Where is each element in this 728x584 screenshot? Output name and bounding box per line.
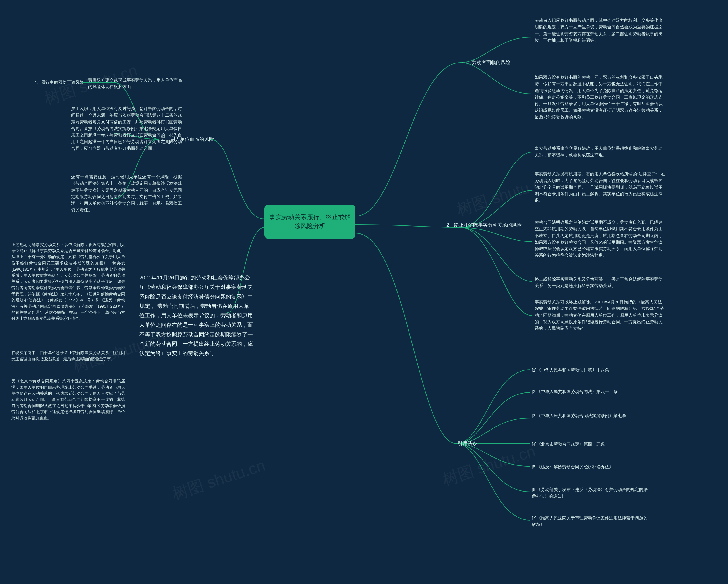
b2-p5: 事实劳动关系可以终止或解除。2001年4月30日施行的《最高人民法院关于审理劳动… <box>535 298 666 331</box>
branch-title-terminate-risk[interactable]: 2、终止和解除事实劳动关系的风险 <box>446 222 526 228</box>
col-p2: 在现实案例中，由于单位急于终止或解除事实劳动关系，往往因无正当理由而构成违法辞退… <box>11 350 125 362</box>
ref-item-6: [6]《劳动部关于发布〈违反〈劳动法〉有关劳动合同规定的赔偿办法〉的通知》 <box>532 486 651 500</box>
b3-p2: 员工入职，用人单位没有及时与员工签订书面劳动合同，时间超过一个月未满一年应当依照… <box>71 105 182 152</box>
root-title: 事实劳动关系履行、终止或解除风险分析 <box>267 213 353 231</box>
ref-item-1: [1]《中华人民共和国劳动法》第九十八条 <box>532 367 651 373</box>
b2-p2: 事实劳动关系没有试用期。有的用人单位喜欢钻所谓的“法律空子”，在劳动者入职时，为… <box>535 170 666 204</box>
col-p3: 另《北京市劳动合同规定》第四十五条规定：劳动合同期限届满，因用人单位的原因未办理… <box>11 378 125 421</box>
ref-item-5: [5]《违反和解除劳动合同的经济补偿办法》 <box>532 463 651 470</box>
b2-p1: 事实劳动关系建立容易解除难，用人单位如果想终止和解除事实劳动关系，稍不留神，就会… <box>535 145 666 158</box>
ref-item-3: [3]《中华人民共和国劳动合同法实施条例》第七条 <box>532 412 651 419</box>
ref-item-7: [7]《最高人民法院关于审理劳动争议案件适用法律若干问题的解释》 <box>532 514 651 528</box>
big-quote: 2001年11月26日施行的劳动和社会保障部办公厅《劳动和社会保障部办公厅关于对… <box>139 273 253 358</box>
b2-p3: 劳动合同法明确规定单单约定试用期不成立，劳动者自入职时已经建立正式非试用期的劳动… <box>535 219 666 259</box>
branch-title-references[interactable]: 引用法条 <box>458 440 477 447</box>
ref-item-4: [4]《北京市劳动合同规定》第四十五条 <box>532 441 651 447</box>
ref-item-2: [2]《中华人民共和国劳动合同法》第八十二条 <box>532 388 651 395</box>
watermark: 树图 shutu.cn <box>170 455 268 505</box>
col-p1: 上述规定明确事实劳动关系可以依法解除，但没有规定如果用人单位终止或解除事实劳动关… <box>11 242 125 322</box>
b2-p4: 终止或解除事实劳动关系又分为两类，一类是正常合法解除事实劳动关系；另一类则是违法… <box>535 276 666 289</box>
b1-p1: 劳动者入职应签订书面劳动合同，其中会对双方的权利、义务等作出明确的规定，双方一旦… <box>535 17 666 44</box>
b3-s1: 劳资双方建立或形成事实劳动关系，用人单位面临的风险体现在很多方面： <box>88 77 182 90</box>
b1-p2: 如果双方没有签订书面的劳动合同，双方的权利和义务仅限于口头承诺，假如有一方事后翻… <box>535 74 666 120</box>
root-node[interactable]: 事实劳动关系履行、终止或解除风险分析 <box>264 205 356 239</box>
mindmap-canvas: { "center": "事实劳动关系履行、终止或解除风险分析", "water… <box>0 0 728 584</box>
watermark: 树图 shutu.cn <box>440 441 538 491</box>
b3-p3: 还有一点需要注意，这时候用人单位还有一个风险，根据《劳动合同法》第八十二条第二款… <box>71 174 182 213</box>
branch-title-workers-risk[interactable]: 一、劳动者面临的风险 <box>462 59 511 66</box>
sub-double-wage-risk[interactable]: 1、履行中的双倍工资风险 <box>19 79 84 86</box>
